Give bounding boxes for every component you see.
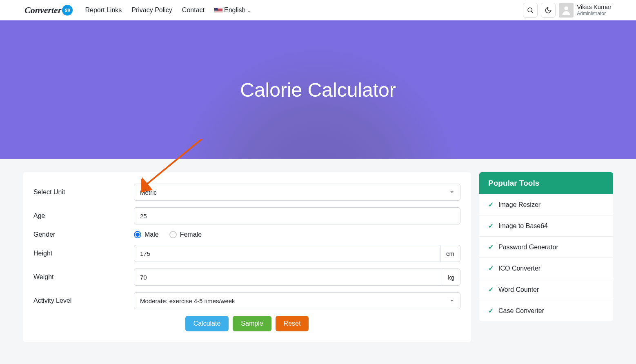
- nav-language-label: English: [224, 7, 245, 13]
- nav-language[interactable]: English⌄: [214, 7, 251, 14]
- weight-input[interactable]: [134, 269, 442, 286]
- nav-privacy-policy[interactable]: Privacy Policy: [131, 7, 172, 14]
- check-icon: ✓: [488, 222, 494, 230]
- calculate-button[interactable]: Calculate: [185, 316, 229, 331]
- avatar[interactable]: [559, 3, 574, 18]
- moon-icon: [545, 7, 552, 14]
- age-input[interactable]: [134, 207, 460, 224]
- activity-select[interactable]: Moderate: exercise 4-5 times/week: [134, 292, 460, 309]
- check-icon: ✓: [488, 201, 494, 209]
- header-right: Vikas Kumar Administrator: [523, 3, 612, 18]
- tool-item[interactable]: ✓Password Generator: [479, 237, 613, 258]
- check-icon: ✓: [488, 264, 494, 272]
- logo-badge: 99: [62, 5, 73, 16]
- button-row: Calculate Sample Reset: [33, 316, 460, 331]
- gender-male-label: Male: [145, 231, 159, 238]
- user-icon: [560, 4, 572, 16]
- nav-report-links[interactable]: Report Links: [85, 7, 122, 14]
- unit-select[interactable]: Metric: [134, 184, 460, 201]
- svg-line-1: [532, 11, 533, 13]
- header: Converter99 Report Links Privacy Policy …: [0, 0, 636, 20]
- gender-female-label: Female: [180, 231, 202, 238]
- theme-toggle[interactable]: [541, 3, 556, 18]
- hero: Calorie Calculator: [0, 20, 636, 159]
- tool-item[interactable]: ✓Word Counter: [479, 279, 613, 300]
- search-icon: [527, 7, 534, 14]
- tool-label: Password Generator: [498, 244, 558, 251]
- tool-label: Image Resizer: [498, 201, 540, 209]
- sample-button[interactable]: Sample: [233, 316, 271, 331]
- tool-label: Word Counter: [498, 286, 539, 293]
- tool-list: ✓Image Resizer ✓Image to Base64 ✓Passwor…: [479, 194, 613, 321]
- sidebar: Popular Tools ✓Image Resizer ✓Image to B…: [479, 172, 613, 342]
- popular-tools-title: Popular Tools: [479, 172, 613, 194]
- gender-male-radio[interactable]: Male: [134, 231, 159, 238]
- radio-icon: [134, 231, 141, 238]
- main-nav: Report Links Privacy Policy Contact Engl…: [85, 7, 251, 14]
- reset-button[interactable]: Reset: [276, 316, 309, 331]
- user-role: Administrator: [577, 11, 612, 16]
- content: Select Unit Metric Age Gender Male: [0, 159, 636, 355]
- weight-label: Weight: [33, 273, 134, 281]
- calculator-form: Select Unit Metric Age Gender Male: [23, 172, 471, 342]
- tool-label: ICO Converter: [498, 265, 540, 272]
- logo[interactable]: Converter99: [24, 5, 73, 16]
- nav-contact[interactable]: Contact: [182, 7, 205, 14]
- tool-item[interactable]: ✓ICO Converter: [479, 258, 613, 279]
- weight-unit: kg: [442, 269, 460, 286]
- height-input[interactable]: [134, 245, 440, 262]
- popular-tools-panel: Popular Tools ✓Image Resizer ✓Image to B…: [479, 172, 613, 321]
- user-name: Vikas Kumar: [577, 3, 612, 11]
- height-label: Height: [33, 250, 134, 257]
- check-icon: ✓: [488, 307, 494, 315]
- check-icon: ✓: [488, 286, 494, 293]
- tool-item[interactable]: ✓Image to Base64: [479, 215, 613, 237]
- tool-label: Image to Base64: [498, 222, 548, 230]
- radio-icon: [169, 231, 177, 238]
- height-unit: cm: [440, 245, 460, 262]
- flag-icon: [214, 8, 222, 13]
- user-info[interactable]: Vikas Kumar Administrator: [577, 3, 612, 16]
- age-label: Age: [33, 212, 134, 220]
- tool-label: Case Converter: [498, 307, 544, 315]
- activity-label: Activity Level: [33, 297, 134, 304]
- gender-radio-group: Male Female: [134, 231, 460, 238]
- gender-female-radio[interactable]: Female: [169, 231, 202, 238]
- page-title: Calorie Calculator: [240, 79, 396, 101]
- logo-text: Converter: [24, 5, 61, 16]
- svg-point-0: [528, 8, 532, 12]
- check-icon: ✓: [488, 243, 494, 251]
- tool-item[interactable]: ✓Case Converter: [479, 300, 613, 321]
- gender-label: Gender: [33, 231, 134, 238]
- svg-point-2: [565, 6, 568, 10]
- search-button[interactable]: [523, 3, 538, 18]
- chevron-down-icon: ⌄: [247, 8, 251, 13]
- tool-item[interactable]: ✓Image Resizer: [479, 194, 613, 215]
- unit-label: Select Unit: [33, 189, 134, 196]
